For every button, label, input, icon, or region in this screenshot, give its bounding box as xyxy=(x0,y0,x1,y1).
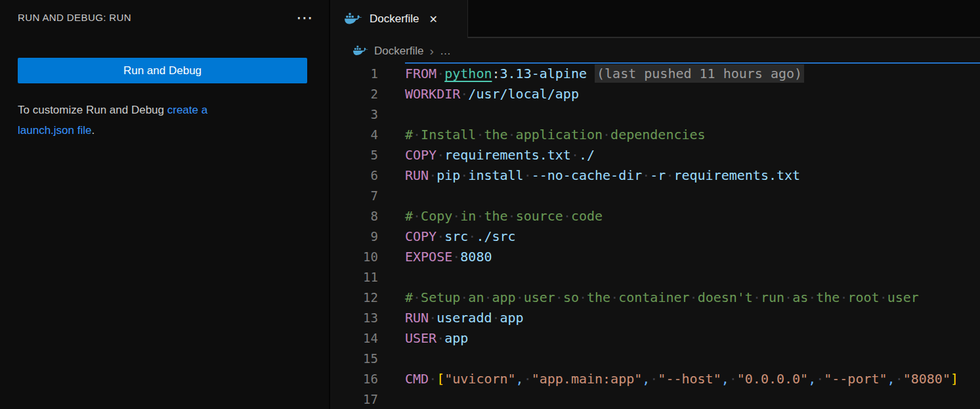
code-line-content[interactable]: COPY·requirements.txt·./ xyxy=(378,145,595,165)
code-token: · xyxy=(555,290,563,305)
message-text: To customize Run and Debug xyxy=(18,104,167,116)
code-line-content[interactable]: RUN·pip·install·--no-cache-dir·-r·requir… xyxy=(378,165,800,186)
code-token: COPY xyxy=(405,228,437,244)
code-token: · xyxy=(784,290,792,305)
code-token: · xyxy=(429,310,437,326)
code-line[interactable]: 9COPY·src·./src xyxy=(331,226,980,247)
code-token: COPY xyxy=(405,147,437,163)
code-token: · xyxy=(650,371,658,387)
code-line[interactable]: 16CMD·["uvicorn",·"app.main:app",·"--hos… xyxy=(331,369,980,389)
code-line[interactable]: 3 xyxy=(331,104,980,125)
code-token: --no-cache-dir xyxy=(532,167,643,183)
code-line[interactable]: 6RUN·pip·install·--no-cache-dir·-r·requi… xyxy=(331,165,980,186)
line-number[interactable]: 8 xyxy=(331,206,378,226)
line-number[interactable]: 5 xyxy=(331,145,378,165)
code-line-content[interactable]: EXPOSE·8080 xyxy=(378,247,492,267)
line-number[interactable]: 10 xyxy=(331,247,378,267)
code-token: · xyxy=(840,290,847,305)
code-token: src xyxy=(444,228,468,244)
line-number[interactable]: 14 xyxy=(331,328,378,349)
code-token: · xyxy=(729,371,737,387)
code-line[interactable]: 7 xyxy=(331,186,980,206)
code-token: · xyxy=(816,371,824,387)
code-line[interactable]: 11 xyxy=(331,267,980,288)
tab-dockerfile[interactable]: Dockerfile ✕ xyxy=(331,0,468,38)
line-number[interactable]: 12 xyxy=(331,288,378,308)
code-token: : xyxy=(492,66,500,81)
line-number[interactable]: 11 xyxy=(331,267,378,288)
code-line-content[interactable]: FROM·python:3.13-alpine (last pushed 11 … xyxy=(378,64,804,84)
code-line-content[interactable] xyxy=(378,104,405,125)
code-line-content[interactable]: #·Setup·an·app·user·so·the·container·doe… xyxy=(378,288,919,308)
tab-close-icon[interactable]: ✕ xyxy=(429,13,438,26)
code-token: · xyxy=(492,310,500,326)
line-number[interactable]: 9 xyxy=(331,226,378,247)
code-line-content[interactable]: WORKDIR·/usr/local/app xyxy=(378,84,579,104)
line-number[interactable]: 7 xyxy=(331,186,378,206)
code-line[interactable]: 8#·Copy·in·the·source·code xyxy=(331,206,980,226)
code-line[interactable]: 13RUN·useradd·app xyxy=(331,308,980,328)
code-token: · xyxy=(563,208,571,224)
code-line-content[interactable] xyxy=(378,186,405,206)
line-number[interactable]: 4 xyxy=(331,125,378,145)
code-token: FROM xyxy=(405,66,437,81)
code-line[interactable]: 10EXPOSE·8080 xyxy=(331,247,980,267)
code-token: , xyxy=(887,371,895,387)
code-token: · xyxy=(524,167,532,183)
code-token: Setup xyxy=(421,290,460,305)
line-number[interactable]: 16 xyxy=(331,369,378,389)
code-line[interactable]: 15 xyxy=(331,349,980,369)
code-line-content[interactable] xyxy=(378,389,405,409)
code-token: 3.13-alpine xyxy=(500,66,587,81)
code-line[interactable]: 12#·Setup·an·app·user·so·the·container·d… xyxy=(331,288,980,308)
image-name-link[interactable]: python xyxy=(444,66,492,81)
code-line-content[interactable] xyxy=(378,267,405,288)
create-launch-json-link-part1[interactable]: create a xyxy=(167,104,207,116)
vscode-window: { "sidebar": { "header": { "title": "RUN… xyxy=(0,0,980,409)
code-token: 8080 xyxy=(460,249,492,265)
code-line[interactable]: 1FROM·python:3.13-alpine (last pushed 11… xyxy=(331,64,980,84)
code-line-content[interactable]: RUN·useradd·app xyxy=(378,308,524,328)
editor-group: Dockerfile ✕ Dockerfile › … 1FROM·python… xyxy=(331,0,980,409)
line-number[interactable]: 3 xyxy=(331,104,378,125)
code-token: -r xyxy=(650,167,666,183)
tab-label: Dockerfile xyxy=(370,12,419,26)
code-line[interactable]: 14USER·app xyxy=(331,328,980,349)
code-line-content[interactable]: COPY·src·./src xyxy=(378,226,516,247)
code-token: user xyxy=(524,290,555,305)
line-number[interactable]: 17 xyxy=(331,389,378,409)
run-and-debug-button[interactable]: Run and Debug xyxy=(18,58,307,83)
code-token: · xyxy=(452,249,460,265)
code-token: "uvicorn" xyxy=(444,371,515,387)
code-line[interactable]: 5COPY·requirements.txt·./ xyxy=(331,145,980,165)
code-line[interactable]: 17 xyxy=(331,389,980,409)
line-number[interactable]: 13 xyxy=(331,308,378,328)
code-token: "--host" xyxy=(658,371,721,387)
ghost-hint-text: (last pushed 11 hours ago) xyxy=(595,64,804,83)
code-line-content[interactable]: CMD·["uvicorn",·"app.main:app",·"--host"… xyxy=(378,369,958,389)
code-line-content[interactable]: #·Copy·in·the·source·code xyxy=(378,206,603,226)
breadcrumb-item-file[interactable]: Dockerfile xyxy=(374,45,424,58)
line-number[interactable]: 1 xyxy=(331,64,378,84)
code-token: · xyxy=(642,167,650,183)
code-token: requirements.txt xyxy=(673,167,800,183)
more-actions-icon[interactable]: ⋯ xyxy=(296,13,313,22)
code-line[interactable]: 4#·Install·the·application·dependencies xyxy=(331,125,980,145)
code-token: · xyxy=(476,127,484,142)
docker-whale-icon xyxy=(345,12,362,26)
create-launch-json-link-part2[interactable]: launch.json file xyxy=(18,124,91,137)
code-line[interactable]: 2WORKDIR·/usr/local/app xyxy=(331,84,980,104)
code-token: the xyxy=(816,290,840,305)
code-line-content[interactable] xyxy=(378,349,405,369)
code-token: # xyxy=(405,127,413,142)
code-token: CMD xyxy=(405,371,429,387)
line-number[interactable]: 15 xyxy=(331,349,378,369)
code-token: · xyxy=(571,147,579,163)
code-token: · xyxy=(603,127,610,142)
line-number[interactable]: 2 xyxy=(331,84,378,104)
code-line-content[interactable]: #·Install·the·application·dependencies xyxy=(378,125,706,145)
breadcrumb-item-symbols[interactable]: … xyxy=(440,45,452,58)
code-token: · xyxy=(468,228,476,244)
line-number[interactable]: 6 xyxy=(331,165,378,186)
code-line-content[interactable]: USER·app xyxy=(378,328,468,349)
